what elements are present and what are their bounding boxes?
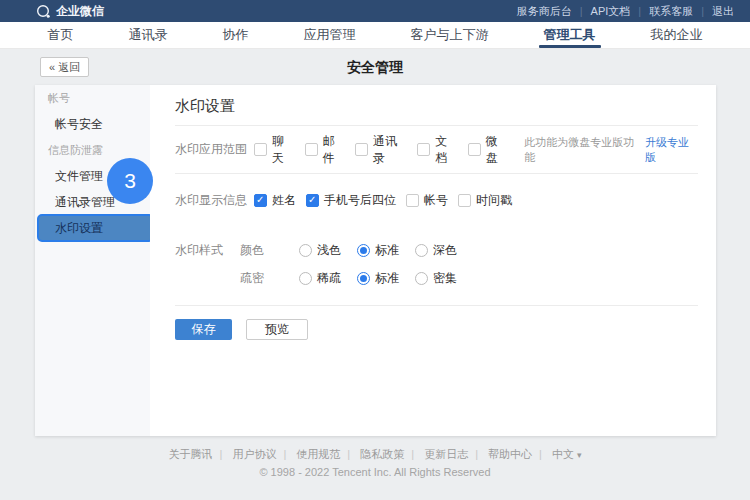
density-sub-label: 疏密 xyxy=(240,270,299,287)
radio-selected-icon xyxy=(357,244,370,257)
watermark-scope-row: 水印应用范围 聊天 邮件 通讯录 文档 xyxy=(175,126,698,173)
checkbox-label: 微盘 xyxy=(486,133,509,167)
radio-icon xyxy=(415,272,428,285)
annotation-badge-3: 3 xyxy=(107,158,153,204)
page-header: « 返回 安全管理 xyxy=(0,49,750,85)
checkbox-label: 姓名 xyxy=(272,192,296,209)
sidebar-item-watermark-settings[interactable]: 水印设置 xyxy=(37,214,154,242)
radio-label: 密集 xyxy=(433,270,457,287)
checkbox-drive[interactable]: 微盘 xyxy=(468,133,509,167)
topbar-link-contact-support[interactable]: 联系客服 xyxy=(649,4,712,19)
footer-link-usage-rules[interactable]: 使用规范 xyxy=(296,448,357,460)
radio-color-standard[interactable]: 标准 xyxy=(357,242,399,259)
checkbox-icon xyxy=(355,143,368,156)
section-heading: 水印设置 xyxy=(175,85,698,125)
topbar: 企业微信 服务商后台 API文档 联系客服 退出 xyxy=(0,0,750,22)
sidebar-item-account-security[interactable]: 帐号安全 xyxy=(35,111,150,137)
checkbox-label: 聊天 xyxy=(272,133,295,167)
language-label: 中文 xyxy=(552,448,574,460)
checkbox-icon xyxy=(417,143,430,156)
main-nav: 首页 通讯录 协作 应用管理 客户与上下游 管理工具 我的企业 xyxy=(0,22,750,49)
checkbox-label: 文档 xyxy=(435,133,458,167)
checkbox-account[interactable]: 帐号 xyxy=(406,192,448,209)
tab-my-company[interactable]: 我的企业 xyxy=(643,22,711,48)
checkbox-label: 帐号 xyxy=(424,192,448,209)
radio-density-sparse[interactable]: 稀疏 xyxy=(299,270,341,287)
tab-contacts[interactable]: 通讯录 xyxy=(121,22,176,48)
tab-app-management[interactable]: 应用管理 xyxy=(296,22,364,48)
checkbox-docs[interactable]: 文档 xyxy=(417,133,458,167)
radio-density-standard[interactable]: 标准 xyxy=(357,270,399,287)
sidebar-section-account: 帐号 xyxy=(35,85,150,111)
drive-pro-note: 此功能为微盘专业版功能 xyxy=(524,135,641,165)
divider xyxy=(175,305,698,306)
style-density-line: 疏密 稀疏 标准 密集 xyxy=(175,264,698,292)
checkbox-label: 时间戳 xyxy=(476,192,512,209)
radio-density-dense[interactable]: 密集 xyxy=(415,270,457,287)
checkbox-checked-icon xyxy=(306,194,319,207)
brand-name: 企业微信 xyxy=(56,3,104,20)
checkbox-icon xyxy=(254,143,267,156)
footer-link-privacy-policy[interactable]: 隐私政策 xyxy=(360,448,421,460)
checkbox-checked-icon xyxy=(254,194,267,207)
radio-icon xyxy=(415,244,428,257)
color-sub-label: 颜色 xyxy=(240,242,299,259)
checkbox-name[interactable]: 姓名 xyxy=(254,192,296,209)
checkbox-mail[interactable]: 邮件 xyxy=(305,133,346,167)
watermark-style-block: 水印样式 颜色 浅色 标准 深色 xyxy=(175,226,698,305)
action-buttons: 保存 预览 xyxy=(175,319,698,340)
radio-color-light[interactable]: 浅色 xyxy=(299,242,341,259)
radio-label: 浅色 xyxy=(317,242,341,259)
preview-button[interactable]: 预览 xyxy=(246,319,308,340)
radio-label: 深色 xyxy=(433,242,457,259)
radio-color-dark[interactable]: 深色 xyxy=(415,242,457,259)
chevron-down-icon xyxy=(574,448,582,460)
watermark-settings-panel: 水印设置 水印应用范围 聊天 邮件 通讯录 文 xyxy=(150,85,716,436)
radio-label: 稀疏 xyxy=(317,270,341,287)
radio-label: 标准 xyxy=(375,242,399,259)
checkbox-phone-last4[interactable]: 手机号后四位 xyxy=(306,192,396,209)
wecom-admin-window: 企业微信 服务商后台 API文档 联系客服 退出 首页 通讯录 协作 应用管理 … xyxy=(0,0,750,500)
display-row-label: 水印显示信息 xyxy=(175,192,254,209)
footer-link-user-agreement[interactable]: 用户协议 xyxy=(232,448,293,460)
checkbox-contacts[interactable]: 通讯录 xyxy=(355,133,407,167)
topbar-link-api-docs[interactable]: API文档 xyxy=(591,4,650,19)
tab-customers[interactable]: 客户与上下游 xyxy=(403,22,497,48)
copyright-text: © 1998 - 2022 Tencent Inc. All Rights Re… xyxy=(0,466,750,478)
checkbox-timestamp[interactable]: 时间戳 xyxy=(458,192,512,209)
upgrade-pro-link[interactable]: 升级专业版 xyxy=(645,135,698,165)
radio-label: 标准 xyxy=(375,270,399,287)
footer-link-help-center[interactable]: 帮助中心 xyxy=(488,448,549,460)
wecom-logo[interactable]: 企业微信 xyxy=(36,3,104,20)
topbar-link-logout[interactable]: 退出 xyxy=(712,4,734,19)
watermark-display-row: 水印显示信息 姓名 手机号后四位 帐号 时间戳 xyxy=(175,174,698,226)
topbar-links: 服务商后台 API文档 联系客服 退出 xyxy=(517,4,734,19)
footer-link-changelog[interactable]: 更新日志 xyxy=(424,448,485,460)
footer-links: 关于腾讯 用户协议 使用规范 隐私政策 更新日志 帮助中心 中文 xyxy=(0,447,750,462)
sidebar: 帐号 帐号安全 信息防泄露 文件管理 通讯录管理 水印设置 xyxy=(35,85,150,436)
checkbox-icon xyxy=(468,143,481,156)
tab-collaboration[interactable]: 协作 xyxy=(215,22,257,48)
radio-selected-icon xyxy=(357,272,370,285)
radio-icon xyxy=(299,244,312,257)
radio-icon xyxy=(299,272,312,285)
checkbox-label: 手机号后四位 xyxy=(324,192,396,209)
topbar-link-service-provider[interactable]: 服务商后台 xyxy=(517,4,591,19)
footer: 关于腾讯 用户协议 使用规范 隐私政策 更新日志 帮助中心 中文 © 1998 … xyxy=(0,447,750,478)
save-button[interactable]: 保存 xyxy=(175,319,232,340)
checkbox-chat[interactable]: 聊天 xyxy=(254,133,295,167)
language-selector[interactable]: 中文 xyxy=(552,448,582,460)
checkbox-icon xyxy=(458,194,471,207)
scope-row-label: 水印应用范围 xyxy=(175,141,254,158)
style-row-label: 水印样式 xyxy=(175,242,240,259)
checkbox-icon xyxy=(305,143,318,156)
wecom-bubble-icon xyxy=(36,4,51,19)
checkbox-label: 邮件 xyxy=(323,133,346,167)
page-title: 安全管理 xyxy=(0,59,750,77)
style-color-line: 水印样式 颜色 浅色 标准 深色 xyxy=(175,236,698,264)
footer-link-about-tencent[interactable]: 关于腾讯 xyxy=(168,448,229,460)
tab-home[interactable]: 首页 xyxy=(40,22,82,48)
checkbox-icon xyxy=(406,194,419,207)
tab-admin-tools[interactable]: 管理工具 xyxy=(536,22,604,48)
checkbox-label: 通讯录 xyxy=(373,133,407,167)
